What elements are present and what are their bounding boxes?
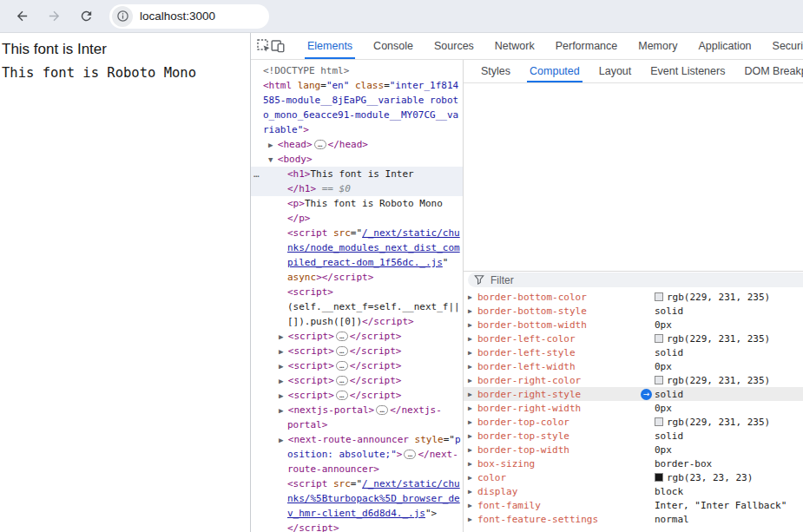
property-expand-icon[interactable]: ▶	[468, 418, 477, 426]
code-link[interactable]: /_next/static/chu	[362, 478, 460, 489]
property-expand-icon[interactable]: ▶	[468, 516, 477, 523]
address-bar[interactable]: localhost:3000	[109, 4, 269, 29]
property-expand-icon[interactable]: ▶	[468, 307, 477, 315]
computed-property-row[interactable]: ▶border-left-stylesolid	[464, 345, 803, 359]
tree-arrow-icon[interactable]: ▼	[268, 155, 278, 164]
site-info-icon[interactable]	[112, 6, 133, 27]
tab-sources[interactable]: Sources	[424, 33, 484, 59]
tab-styles[interactable]: Styles	[471, 60, 520, 82]
computed-property-row[interactable]: ▶border-top-width0px	[464, 443, 803, 456]
back-icon[interactable]	[11, 6, 32, 27]
expand-badge-icon[interactable]: …	[336, 391, 348, 400]
tree-arrow-icon[interactable]: ▶	[279, 377, 288, 385]
expand-badge-icon[interactable]: …	[336, 332, 348, 341]
elements-tree-row[interactable]: </p>	[251, 211, 463, 226]
tree-arrow-icon[interactable]: ▶	[279, 362, 288, 371]
elements-tree-row[interactable]: ▶ <script>…</script>	[251, 373, 463, 388]
computed-property-row[interactable]: ▶border-left-colorrgb(229, 231, 235)	[464, 332, 803, 345]
property-expand-icon[interactable]: ▶	[468, 460, 477, 468]
code-link[interactable]: nks/node_modules_next_dist_com	[287, 242, 460, 253]
computed-property-row[interactable]: ▶displayblock	[464, 484, 803, 498]
property-expand-icon[interactable]: ▶	[468, 363, 477, 371]
computed-property-row[interactable]: ▶colorrgb(23, 23, 23)	[464, 470, 803, 484]
color-swatch[interactable]	[655, 417, 663, 426]
property-expand-icon[interactable]: ▶	[468, 502, 477, 509]
tree-arrow-icon[interactable]: ▶	[279, 406, 288, 415]
elements-tree-row[interactable]: <script src="/_next/static/chu	[251, 476, 463, 491]
elements-tree-row[interactable]: </h1> == $0	[251, 181, 463, 196]
elements-tree-row[interactable]: (self.__next_f=self.__next_f||	[251, 299, 463, 314]
elements-tree-row[interactable]: ▶ <script>…</script>	[251, 329, 463, 344]
elements-tree-row[interactable]: <p>This font is Roboto Mono	[251, 196, 463, 211]
tab-security[interactable]: Security	[762, 33, 803, 59]
property-expand-icon[interactable]: ▶	[468, 404, 477, 412]
tree-arrow-icon[interactable]: ▶	[279, 332, 288, 341]
computed-property-row[interactable]: ▶border-right-width0px	[464, 401, 803, 415]
tree-arrow-icon[interactable]: ▶	[268, 141, 278, 149]
expand-badge-icon[interactable]: …	[314, 140, 326, 149]
property-expand-icon[interactable]: ▶	[468, 377, 477, 384]
reload-icon[interactable]	[76, 6, 96, 27]
elements-tree-row[interactable]: portal>	[251, 417, 463, 432]
tab-memory[interactable]: Memory	[628, 33, 688, 59]
code-link[interactable]: nks/%5Bturbopack%5D_browser_de	[287, 493, 460, 504]
elements-tree-row[interactable]: ▶ <head>…</head>	[251, 137, 463, 152]
elements-tree-row[interactable]: …<h1>This font is Inter	[251, 167, 463, 181]
property-expand-icon[interactable]: ▶	[468, 474, 477, 482]
code-link[interactable]: piled_react-dom_1f56dc._.js	[287, 257, 443, 268]
elements-tree-row[interactable]: osition: absolute;">…</next-	[251, 447, 463, 462]
elements-tree-row[interactable]: async></script>	[251, 270, 463, 285]
elements-tree-row[interactable]: route-announcer>	[251, 462, 463, 476]
computed-property-row[interactable]: ▶font-familyInter, "Inter Fallback"	[464, 498, 803, 512]
elements-tree-row[interactable]: 585-module__8jEaPG__variable robot	[251, 93, 463, 108]
elements-tree-row[interactable]: </script>	[251, 521, 463, 532]
elements-tree-row[interactable]: nks/%5Bturbopack%5D_browser_de	[251, 491, 463, 506]
computed-property-row[interactable]: ▶border-right-style→solid	[464, 387, 803, 401]
jump-to-style-icon[interactable]: →	[641, 389, 652, 400]
elements-tree-row[interactable]: ▶ <script>…</script>	[251, 358, 463, 373]
tab-computed[interactable]: Computed	[520, 60, 589, 82]
computed-property-row[interactable]: ▶border-top-colorrgb(229, 231, 235)	[464, 415, 803, 429]
elements-tree-row[interactable]: ▶ <next-route-announcer style="p	[251, 432, 463, 447]
property-expand-icon[interactable]: ▶	[468, 349, 477, 357]
tab-event-listeners[interactable]: Event Listeners	[641, 60, 734, 82]
computed-property-row[interactable]: ▶border-right-colorrgb(229, 231, 235)	[464, 373, 803, 387]
tab-console[interactable]: Console	[363, 33, 424, 59]
tab-elements[interactable]: Elements	[297, 33, 363, 59]
code-link[interactable]: v_hmr-client_d6d8d4._.js	[287, 508, 425, 519]
device-toolbar-icon[interactable]	[271, 35, 285, 57]
computed-property-row[interactable]: ▶border-bottom-width0px	[464, 318, 803, 332]
expand-badge-icon[interactable]: …	[336, 346, 348, 356]
elements-tree-row[interactable]: <script>	[251, 285, 463, 299]
elements-tree-row[interactable]: <!DOCTYPE html>	[251, 63, 463, 78]
elements-tree-row[interactable]: ▼ <body>	[251, 152, 463, 167]
elements-tree-row[interactable]: nks/node_modules_next_dist_com	[251, 240, 463, 255]
url-text[interactable]: localhost:3000	[140, 10, 215, 23]
elements-tree-row[interactable]: ▶ <script>…</script>	[251, 344, 463, 358]
elements-tree-row[interactable]: ▶ <nextjs-portal>…</nextjs-	[251, 403, 463, 417]
tree-arrow-icon[interactable]: ▶	[279, 436, 288, 444]
computed-property-row[interactable]: ▶border-left-width0px	[464, 359, 803, 373]
tree-arrow-icon[interactable]: ▶	[279, 347, 288, 356]
elements-tree-row[interactable]: piled_react-dom_1f56dc._.js"	[251, 255, 463, 270]
property-expand-icon[interactable]: ▶	[468, 432, 477, 440]
expand-badge-icon[interactable]: …	[336, 376, 348, 385]
expand-badge-icon[interactable]: …	[336, 361, 348, 371]
property-expand-icon[interactable]: ▶	[468, 293, 477, 301]
color-swatch[interactable]	[655, 376, 663, 384]
tab-dom-breakpoints[interactable]: DOM Breakpoints	[734, 60, 803, 82]
computed-property-row[interactable]: ▶border-bottom-stylesolid	[464, 304, 803, 318]
tab-application[interactable]: Application	[688, 33, 761, 59]
property-expand-icon[interactable]: ▶	[468, 321, 477, 329]
color-swatch[interactable]	[655, 334, 663, 343]
computed-property-row[interactable]: ▶border-bottom-colorrgb(229, 231, 235)	[464, 290, 803, 304]
computed-property-row[interactable]: ▶box-sizingborder-box	[464, 456, 803, 470]
expand-badge-icon[interactable]: …	[376, 405, 388, 415]
computed-property-row[interactable]: ▶border-top-stylesolid	[464, 429, 803, 443]
inspect-element-icon[interactable]	[257, 35, 271, 57]
property-expand-icon[interactable]: ▶	[468, 391, 477, 398]
computed-property-row[interactable]: ▶font-feature-settingsnormal	[464, 512, 803, 526]
elements-tree-row[interactable]: <script src="/_next/static/chu	[251, 226, 463, 240]
code-link[interactable]: /_next/static/chu	[362, 227, 460, 239]
tab-performance[interactable]: Performance	[545, 33, 629, 59]
